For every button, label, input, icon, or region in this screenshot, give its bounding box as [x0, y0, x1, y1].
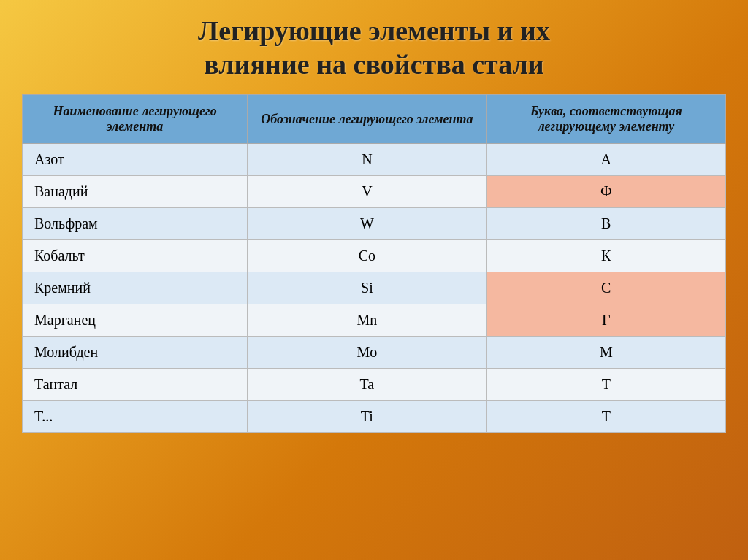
col-header-name: Наименование легирующего элемента — [23, 95, 248, 144]
cell-name: Вольфрам — [23, 208, 248, 240]
cell-symbol: Ta — [248, 369, 486, 401]
cell-name: Т... — [23, 401, 248, 433]
cell-letter: М — [486, 337, 725, 369]
table-row: ТанталTaТ — [23, 369, 726, 401]
cell-name: Кремний — [23, 272, 248, 304]
cell-letter: Т — [486, 369, 725, 401]
table-row: ВанадийVФ — [23, 176, 726, 208]
cell-symbol: Mo — [248, 337, 486, 369]
table-row: МарганецMnГ — [23, 304, 726, 337]
page-title: Легирующие элементы и их влияние на свой… — [198, 15, 550, 81]
cell-letter: Т — [486, 401, 725, 433]
cell-name: Тантал — [23, 369, 248, 401]
cell-symbol: Mn — [248, 304, 486, 337]
cell-symbol: N — [248, 144, 486, 176]
cell-symbol: Co — [248, 240, 486, 272]
cell-name: Ванадий — [23, 176, 248, 208]
cell-symbol: Si — [248, 272, 486, 304]
cell-symbol: Ti — [248, 401, 486, 433]
cell-name: Кобальт — [23, 240, 248, 272]
col-header-letter: Буква, соответствующая легирующему элеме… — [486, 95, 725, 144]
cell-letter: Г — [486, 304, 725, 337]
cell-name: Азот — [23, 144, 248, 176]
table-row: КобальтCoК — [23, 240, 726, 272]
table-row: АзотNА — [23, 144, 726, 176]
table-header-row: Наименование легирующего элемента Обозна… — [23, 95, 726, 144]
elements-table: Наименование легирующего элемента Обозна… — [22, 94, 726, 433]
table-row: МолибденMoМ — [23, 337, 726, 369]
cell-name: Марганец — [23, 304, 248, 337]
cell-letter: А — [486, 144, 725, 176]
cell-letter: В — [486, 208, 725, 240]
cell-letter: С — [486, 272, 725, 304]
table-row: Т...TiТ — [23, 401, 726, 433]
col-header-symbol: Обозначение легирующего элемента — [248, 95, 486, 144]
cell-letter: К — [486, 240, 725, 272]
table-row: ВольфрамWВ — [23, 208, 726, 240]
table-row: КремнийSiС — [23, 272, 726, 304]
cell-name: Молибден — [23, 337, 248, 369]
cell-symbol: V — [248, 176, 486, 208]
cell-symbol: W — [248, 208, 486, 240]
cell-letter: Ф — [486, 176, 725, 208]
